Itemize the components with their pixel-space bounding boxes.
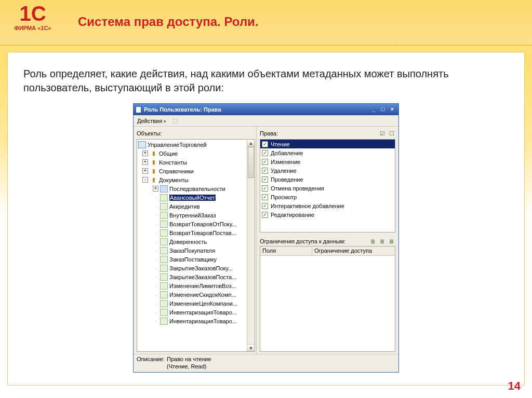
document-icon xyxy=(160,273,168,281)
tree-connector-icon: · xyxy=(153,256,160,263)
expander-icon[interactable]: + xyxy=(153,186,158,191)
content-area: Роль определяет, какие действия, над как… xyxy=(7,52,525,386)
tree-root[interactable]: УправлениеТорговлей xyxy=(137,140,255,149)
checkbox-icon[interactable]: ✓ xyxy=(262,203,268,209)
tree-group[interactable]: +▮Константы xyxy=(137,158,255,167)
tree-scrollbar[interactable]: ▲ ▼ xyxy=(247,140,255,351)
document-icon xyxy=(160,265,168,272)
expander-icon[interactable]: + xyxy=(142,159,148,165)
right-item[interactable]: ✓Отмена проведения xyxy=(260,184,395,193)
restrictions-grid[interactable]: Поля Ограничение доступа xyxy=(260,246,395,352)
objects-label: Объекты: xyxy=(137,129,255,138)
check-all-icon[interactable]: ☑ xyxy=(378,130,386,137)
minimize-button[interactable]: _ xyxy=(369,106,378,113)
tree-connector-icon: · xyxy=(153,265,160,271)
tree-connector-icon: · xyxy=(153,195,160,201)
checkbox-icon[interactable]: ✓ xyxy=(262,194,268,200)
checkbox-icon[interactable]: ✓ xyxy=(262,212,268,218)
tree-connector-icon: · xyxy=(153,230,160,236)
titlebar[interactable]: Роль Пользователь: Права _ □ × xyxy=(134,104,398,115)
tree-document[interactable]: ·Доверенность xyxy=(137,237,255,246)
rights-list[interactable]: ✓Чтение✓Добавление✓Изменение✓Удаление✓Пр… xyxy=(260,139,395,232)
right-item[interactable]: ✓Чтение xyxy=(260,140,395,148)
right-item[interactable]: ✓Проведение xyxy=(260,175,395,184)
objects-pane: Объекты: УправлениеТорговлей+▮Общие+▮Кон… xyxy=(134,127,257,354)
tree-group[interactable]: +▮Общие xyxy=(137,149,255,158)
tree-document[interactable]: +Последовательности xyxy=(137,184,255,193)
document-icon xyxy=(160,194,168,201)
right-label: Изменение xyxy=(271,159,300,165)
right-label: Удаление xyxy=(271,168,297,174)
document-icon xyxy=(160,282,168,290)
uncheck-all-icon[interactable]: ☐ xyxy=(388,130,395,137)
tree-document[interactable]: ·ИнвентаризацияТоваро... xyxy=(137,317,255,325)
rights-label: Права: xyxy=(260,130,278,136)
right-label: Добавление xyxy=(271,150,303,156)
checkbox-icon[interactable]: ✓ xyxy=(262,176,268,183)
tree-document[interactable]: ·Аккредитив xyxy=(137,202,255,211)
document-icon xyxy=(160,256,168,263)
tree-document[interactable]: ·ЗаказПоставщику xyxy=(137,255,255,264)
document-icon xyxy=(160,247,168,254)
right-label: Просмотр xyxy=(271,194,297,200)
tree-document[interactable]: ·ИзменениеЛимитовВоз... xyxy=(137,281,255,290)
close-button[interactable]: × xyxy=(388,106,396,113)
folder-icon: ▮ xyxy=(150,150,157,157)
right-item[interactable]: ✓Редактирование xyxy=(260,210,395,219)
tree-document[interactable]: ·АвансовыйОтчет xyxy=(137,193,255,202)
add-restriction-icon[interactable]: ≣ xyxy=(369,238,377,245)
right-item[interactable]: ✓Просмотр xyxy=(260,193,395,201)
checkbox-icon[interactable]: ✓ xyxy=(262,185,268,191)
tree-connector-icon: · xyxy=(153,248,160,254)
expander-icon[interactable]: - xyxy=(142,177,148,183)
tree-document[interactable]: ·ЗакрытиеЗаказовПоста... xyxy=(137,272,255,281)
tree-document[interactable]: ·ЗакрытиеЗаказовПоку... xyxy=(137,264,255,272)
tree-document[interactable]: ·ИнвентаризацияТоваро... xyxy=(137,308,255,317)
grid-col-fields[interactable]: Поля xyxy=(260,246,312,255)
document-icon xyxy=(160,185,168,193)
tree-document[interactable]: ·ИзменениеЦенКомпани... xyxy=(137,299,255,308)
intro-text: Роль определяет, какие действия, над как… xyxy=(23,67,509,95)
maximize-button[interactable]: □ xyxy=(379,106,387,113)
tree-connector-icon: · xyxy=(153,239,160,245)
slide: 1C ФИРМА «1С» Система прав доступа. Роли… xyxy=(0,0,532,398)
scroll-up-icon[interactable]: ▲ xyxy=(247,140,255,147)
tree-document[interactable]: ·ЗаказПокупателя xyxy=(137,246,255,255)
slide-title: Система прав доступа. Роли. xyxy=(78,15,259,29)
tree-document[interactable]: ·ВозвратТоваровПостав... xyxy=(137,228,255,237)
config-icon xyxy=(138,141,146,148)
checkbox-icon[interactable]: ✓ xyxy=(262,168,268,174)
rights-window: Роль Пользователь: Права _ □ × Действия … xyxy=(133,103,399,373)
tree-document[interactable]: ·ИзменениеСкидокКомп... xyxy=(137,290,255,299)
restrictions-label: Ограничения доступа к данным: xyxy=(260,238,345,244)
tree-document[interactable]: ·ВозвратТоваровОтПоку... xyxy=(137,219,255,228)
document-icon xyxy=(160,212,168,219)
edit-restriction-icon[interactable]: ≣ xyxy=(378,238,386,245)
folder-icon: ▮ xyxy=(150,159,157,166)
scroll-thumb[interactable] xyxy=(248,147,254,178)
grid-col-restriction[interactable]: Ограничение доступа xyxy=(312,246,395,255)
right-label: Чтение xyxy=(271,141,290,147)
tree-group[interactable]: +▮Справочники xyxy=(137,167,255,175)
expander-icon[interactable]: + xyxy=(142,168,148,174)
tree-toolbar-icon[interactable]: ⬚ xyxy=(171,117,179,125)
expander-icon[interactable]: + xyxy=(142,150,148,156)
checkbox-icon[interactable]: ✓ xyxy=(262,159,268,165)
tree-connector-icon: · xyxy=(153,274,160,280)
right-item[interactable]: ✓Добавление xyxy=(260,148,395,157)
right-item[interactable]: ✓Удаление xyxy=(260,166,395,175)
page-number: 14 xyxy=(508,379,521,393)
actions-menu[interactable]: Действия ▾ xyxy=(136,118,168,124)
checkbox-icon[interactable]: ✓ xyxy=(262,150,268,156)
document-icon xyxy=(160,291,168,298)
description-bar: Описание: Право на чтение(Чтение, Read) xyxy=(134,354,398,372)
delete-restriction-icon[interactable]: ≣ xyxy=(388,238,395,245)
tree-group[interactable]: -▮Документы xyxy=(137,175,255,184)
scroll-down-icon[interactable]: ▼ xyxy=(247,344,255,351)
tree-document[interactable]: ·ВнутреннийЗаказ xyxy=(137,211,255,219)
tree-connector-icon: · xyxy=(153,203,160,210)
right-item[interactable]: ✓Изменение xyxy=(260,157,395,166)
objects-tree[interactable]: УправлениеТорговлей+▮Общие+▮Константы+▮С… xyxy=(137,139,255,352)
right-item[interactable]: ✓Интерактивное добавление xyxy=(260,201,395,210)
checkbox-icon[interactable]: ✓ xyxy=(262,141,268,147)
